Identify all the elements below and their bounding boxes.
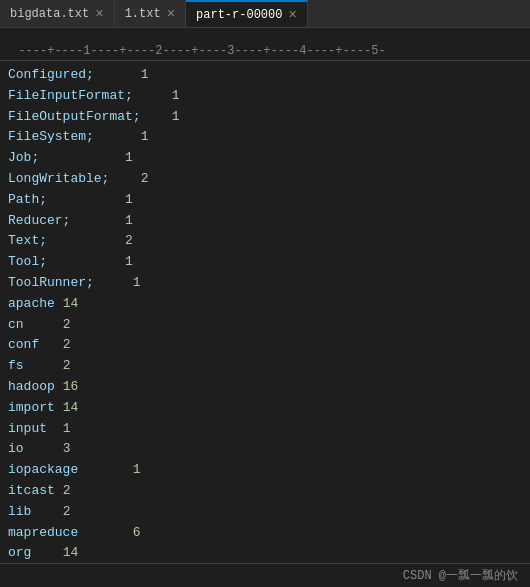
ruler-line: ----+----1----+----2----+----3----+----4… xyxy=(0,28,530,61)
table-row: lib 2 xyxy=(8,502,522,523)
table-row: itcast 2 xyxy=(8,481,522,502)
close-icon[interactable]: × xyxy=(167,7,175,21)
tab-label: 1.txt xyxy=(125,7,161,21)
table-row: LongWritable; 2 xyxy=(8,169,522,190)
table-row: ToolRunner; 1 xyxy=(8,273,522,294)
status-bar: CSDN @一瓢一瓢的饮 xyxy=(0,563,530,587)
table-row: Path; 1 xyxy=(8,190,522,211)
table-row: iopackage 1 xyxy=(8,460,522,481)
table-row: Tool; 1 xyxy=(8,252,522,273)
table-row: fs 2 xyxy=(8,356,522,377)
table-row: FileOutputFormat; 1 xyxy=(8,107,522,128)
tab-part-r-00000[interactable]: part-r-00000 × xyxy=(186,0,308,27)
close-icon[interactable]: × xyxy=(288,8,296,22)
table-row: apache 14 xyxy=(8,294,522,315)
table-row: Job; 1 xyxy=(8,148,522,169)
tab-bar: bigdata.txt × 1.txt × part-r-00000 × xyxy=(0,0,530,28)
table-row: input 1 xyxy=(8,419,522,440)
table-row: FileSystem; 1 xyxy=(8,127,522,148)
table-row: hadoop 16 xyxy=(8,377,522,398)
table-row: FileInputFormat; 1 xyxy=(8,86,522,107)
table-row: mapreduce 6 xyxy=(8,523,522,544)
tab-1-txt[interactable]: 1.txt × xyxy=(115,0,186,27)
close-icon[interactable]: × xyxy=(95,7,103,21)
table-row: org 14 xyxy=(8,543,522,564)
table-row: cn 2 xyxy=(8,315,522,336)
watermark: CSDN @一瓢一瓢的饮 xyxy=(403,567,518,584)
table-row: conf 2 xyxy=(8,335,522,356)
tab-bigdata-txt[interactable]: bigdata.txt × xyxy=(0,0,115,27)
table-row: Text; 2 xyxy=(8,231,522,252)
table-row: import 14 xyxy=(8,398,522,419)
tab-label: part-r-00000 xyxy=(196,8,282,22)
tab-label: bigdata.txt xyxy=(10,7,89,21)
table-row: Configured; 1 xyxy=(8,65,522,86)
file-content: Configured; 1FileInputFormat; 1FileOutpu… xyxy=(0,61,530,574)
table-row: Reducer; 1 xyxy=(8,211,522,232)
table-row: io 3 xyxy=(8,439,522,460)
